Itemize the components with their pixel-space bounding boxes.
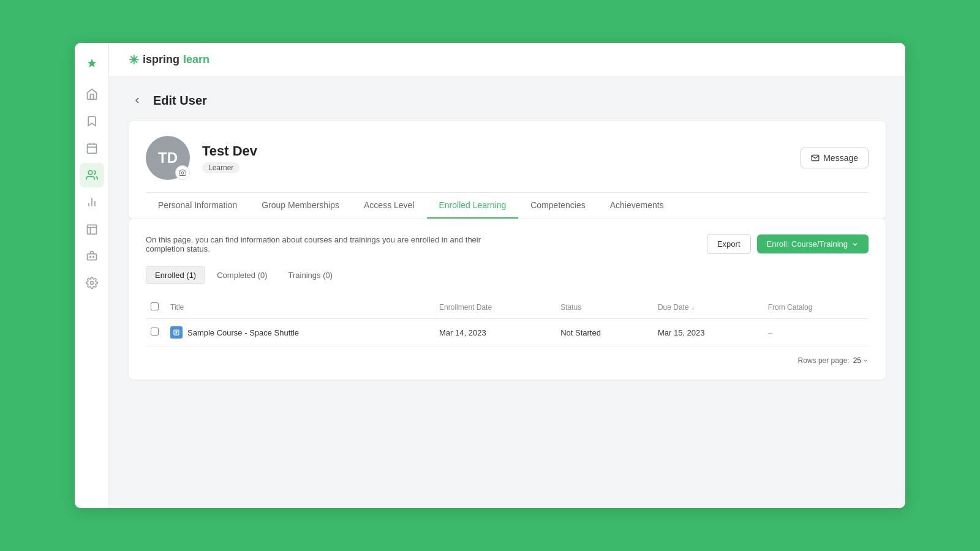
tab-achievements[interactable]: Achievements [598, 193, 676, 219]
brand-icon: ✳ [129, 53, 139, 67]
sub-tab-trainings[interactable]: Trainings (0) [279, 266, 342, 284]
actions-bar: Export Enroll: Course/Training [707, 234, 869, 254]
enroll-dropdown-icon [851, 241, 859, 248]
app-logo [75, 53, 108, 80]
sub-tab-enrolled[interactable]: Enrolled (1) [146, 266, 205, 284]
sort-icon: ↓ [692, 304, 695, 311]
sidebar-item-tasks[interactable] [80, 217, 104, 241]
sub-tabs-row: Enrolled (1) Completed (0) Trainings (0) [146, 266, 869, 284]
svg-point-14 [90, 282, 93, 285]
sidebar-item-home[interactable] [80, 82, 104, 107]
message-icon [811, 154, 820, 162]
sidebar-item-chart[interactable] [80, 190, 104, 214]
user-name: Test Dev [202, 143, 257, 159]
brand-logo: ✳ ispringlearn [129, 53, 209, 67]
user-details: Test Dev Learner [202, 143, 257, 173]
sidebar-item-bookmark[interactable] [80, 109, 104, 133]
export-button[interactable]: Export [707, 234, 751, 254]
row-checkbox[interactable] [151, 328, 159, 335]
info-bar: On this page, you can find information a… [146, 234, 869, 254]
svg-rect-8 [87, 225, 96, 234]
svg-rect-0 [87, 144, 96, 153]
enrollment-date: Mar 14, 2023 [434, 319, 556, 347]
enrolled-table: Title Enrollment Date Status Due Date ↓ … [146, 296, 869, 347]
logo-icon [86, 58, 98, 70]
course-title-cell: Sample Course - Space Shuttle [170, 326, 429, 339]
col-header-status: Status [556, 296, 653, 319]
enroll-button[interactable]: Enroll: Course/Training [757, 234, 869, 253]
tab-group-memberships[interactable]: Group Memberships [249, 193, 352, 219]
user-info-left: TD Test Dev Learner [146, 136, 257, 180]
sidebar [75, 43, 109, 508]
sidebar-item-settings[interactable] [80, 271, 104, 295]
info-text: On this page, you can find information a… [146, 235, 513, 253]
brand-name-learn: learn [183, 53, 209, 66]
tab-access-level[interactable]: Access Level [352, 193, 426, 219]
tab-enrolled-learning[interactable]: Enrolled Learning [427, 193, 519, 219]
sub-tab-completed[interactable]: Completed (0) [208, 266, 276, 284]
table-row: Sample Course - Space Shuttle Mar 14, 20… [146, 319, 869, 347]
content-panel: On this page, you can find information a… [129, 219, 886, 380]
select-all-checkbox[interactable] [151, 302, 159, 310]
page-title: Edit User [153, 94, 207, 108]
page-header: Edit User [129, 92, 886, 109]
rows-per-page-select[interactable]: 25 [853, 356, 869, 365]
user-card: TD Test Dev Learner Message [129, 121, 886, 219]
tabs-row: Personal Information Group Memberships A… [146, 192, 869, 219]
top-bar: ✳ ispringlearn [109, 43, 905, 77]
tab-competencies[interactable]: Competencies [518, 193, 598, 219]
rows-per-page-value: 25 [853, 356, 861, 365]
svg-point-4 [88, 171, 92, 175]
due-date: Mar 15, 2023 [653, 319, 763, 347]
user-role-badge: Learner [202, 162, 239, 173]
svg-point-15 [181, 172, 184, 174]
col-header-title: Title [165, 296, 434, 319]
message-button[interactable]: Message [801, 148, 869, 168]
page-area: Edit User TD Test Dev Learner [109, 77, 905, 508]
svg-rect-11 [87, 254, 96, 260]
brand-name-spring: ispring [143, 53, 179, 66]
course-title: Sample Course - Space Shuttle [187, 328, 299, 337]
rows-per-page: Rows per page: 25 [146, 347, 869, 365]
col-header-enrollment-date: Enrollment Date [434, 296, 556, 319]
back-button[interactable] [129, 92, 146, 109]
status: Not Started [556, 319, 653, 347]
avatar-wrapper: TD [146, 136, 190, 180]
enroll-button-label: Enroll: Course/Training [767, 239, 848, 249]
message-button-label: Message [823, 153, 858, 163]
user-info-row: TD Test Dev Learner Message [146, 136, 869, 192]
sidebar-item-bot[interactable] [80, 244, 104, 268]
rows-dropdown-icon [862, 358, 869, 364]
col-header-from-catalog: From Catalog [763, 296, 869, 319]
svg-point-13 [92, 257, 94, 258]
rows-per-page-label: Rows per page: [798, 356, 850, 365]
from-catalog: – [763, 319, 869, 347]
due-date-label: Due Date [658, 303, 689, 312]
col-header-due-date[interactable]: Due Date ↓ [653, 296, 763, 319]
avatar-camera-button[interactable] [175, 165, 190, 180]
tab-personal-information[interactable]: Personal Information [146, 193, 249, 219]
main-content: ✳ ispringlearn Edit User TD [109, 43, 905, 508]
course-icon [170, 326, 183, 339]
sidebar-item-users[interactable] [80, 163, 104, 187]
sidebar-item-calendar[interactable] [80, 136, 104, 160]
svg-point-12 [89, 257, 91, 258]
